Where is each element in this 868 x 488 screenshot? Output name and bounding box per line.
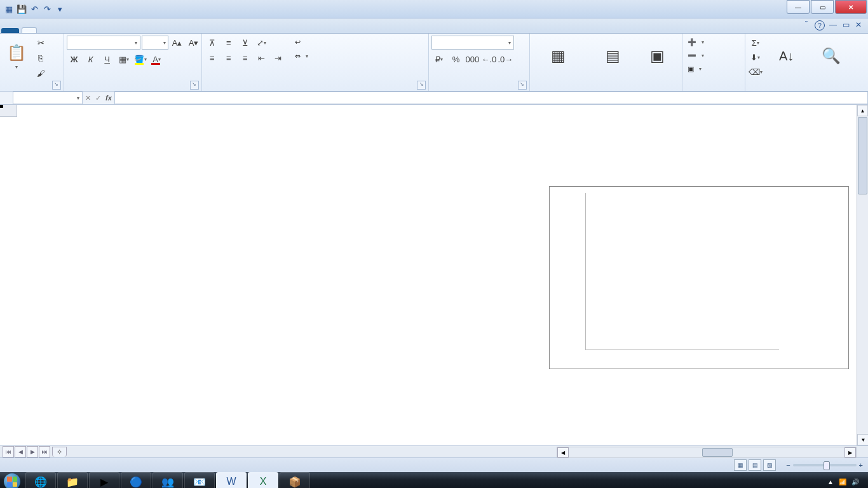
increase-decimal-button[interactable]: ←.0 <box>481 52 496 66</box>
copy-button[interactable]: ⎘ <box>33 51 48 65</box>
scroll-left-icon[interactable]: ◀ <box>557 447 569 458</box>
tab-formulas[interactable] <box>67 27 83 33</box>
border-button[interactable]: ▦▾ <box>116 52 132 66</box>
zoom-out-button[interactable]: − <box>786 461 790 469</box>
currency-button[interactable]: ₽▾ <box>431 52 447 66</box>
close-button[interactable]: ✕ <box>835 0 867 14</box>
hscroll-thumb[interactable] <box>702 448 733 457</box>
font-dialog-icon[interactable]: ↘ <box>190 81 199 90</box>
enter-icon[interactable]: ✓ <box>93 94 103 102</box>
autosum-button[interactable]: Σ▾ <box>748 36 763 50</box>
tab-addins[interactable] <box>128 27 144 33</box>
tab-data[interactable] <box>83 27 98 33</box>
qat-dropdown-icon[interactable]: ▾ <box>55 4 65 14</box>
next-sheet-icon[interactable]: ▶ <box>27 446 38 458</box>
taskbar-ie[interactable]: 🌐 <box>25 472 56 488</box>
vertical-scrollbar[interactable]: ▲ ▼ <box>857 105 868 445</box>
zoom-in-button[interactable]: + <box>859 461 863 469</box>
minimize-ribbon-icon[interactable]: ˇ <box>802 20 811 29</box>
select-all-button[interactable] <box>0 105 17 117</box>
horizontal-scrollbar[interactable]: ◀ ▶ <box>557 447 857 458</box>
align-right-button[interactable]: ≡ <box>238 51 253 65</box>
align-bottom-button[interactable]: ⊻ <box>238 36 253 50</box>
taskbar-outlook[interactable]: 📧 <box>184 472 215 488</box>
name-box[interactable]: ▾ <box>13 92 83 104</box>
redo-icon[interactable]: ↷ <box>42 4 52 14</box>
shrink-font-button[interactable]: A▾ <box>186 36 201 50</box>
increase-indent-button[interactable]: ⇥ <box>271 51 286 65</box>
tab-home[interactable] <box>22 27 37 33</box>
percent-button[interactable]: % <box>448 52 463 66</box>
fill-color-button[interactable]: 🪣▾ <box>133 52 148 66</box>
taskbar-archive[interactable]: 📦 <box>280 472 310 488</box>
start-button[interactable] <box>0 472 24 488</box>
tray-flag-icon[interactable]: ▲ <box>827 478 834 485</box>
font-name-select[interactable]: ▾ <box>67 36 140 50</box>
format-as-table-button[interactable]: ▤ <box>587 36 639 78</box>
format-painter-button[interactable]: 🖌 <box>33 66 48 80</box>
tab-insert[interactable] <box>37 27 52 33</box>
wrap-text-button[interactable]: ↩ <box>292 36 311 48</box>
comma-button[interactable]: 000 <box>465 52 480 66</box>
align-left-button[interactable]: ≡ <box>205 51 220 65</box>
italic-button[interactable]: К <box>83 52 98 66</box>
new-sheet-button[interactable]: ✧ <box>52 447 67 457</box>
align-dialog-icon[interactable]: ↘ <box>417 81 426 90</box>
first-sheet-icon[interactable]: ⏮ <box>3 446 14 458</box>
format-cells-button[interactable]: ▣ ▾ <box>685 62 704 75</box>
maximize-button[interactable]: ▭ <box>811 0 834 14</box>
worksheet-grid[interactable]: ▲ ▼ <box>0 105 868 445</box>
embedded-chart[interactable] <box>549 186 849 369</box>
sort-filter-button[interactable]: A↓ <box>766 36 808 78</box>
orientation-button[interactable]: ⤢▾ <box>254 36 269 50</box>
fx-icon[interactable]: fx <box>103 94 114 102</box>
taskbar-app2[interactable]: 👥 <box>153 472 183 488</box>
prev-sheet-icon[interactable]: ◀ <box>15 446 26 458</box>
formula-input[interactable] <box>114 92 868 104</box>
doc-minimize-icon[interactable]: — <box>829 20 837 29</box>
tab-page-layout[interactable] <box>52 27 67 33</box>
underline-button[interactable]: Ч <box>100 52 115 66</box>
tab-view[interactable] <box>113 27 128 33</box>
paste-button[interactable]: 📋▾ <box>3 36 31 78</box>
zoom-slider[interactable] <box>793 464 857 466</box>
save-icon[interactable]: 💾 <box>17 4 27 14</box>
find-select-button[interactable]: 🔍 <box>810 36 852 78</box>
grow-font-button[interactable]: A▴ <box>170 36 185 50</box>
undo-icon[interactable]: ↶ <box>29 4 39 14</box>
tab-review[interactable] <box>98 27 113 33</box>
number-dialog-icon[interactable]: ↘ <box>518 81 527 90</box>
taskbar-excel[interactable]: X <box>248 472 278 488</box>
align-center-button[interactable]: ≡ <box>221 51 236 65</box>
font-color-button[interactable]: A▾ <box>149 52 165 66</box>
tray-network-icon[interactable]: 📶 <box>839 478 846 485</box>
number-format-select[interactable]: ▾ <box>431 36 514 50</box>
clear-button[interactable]: ⌫▾ <box>748 65 763 79</box>
scroll-down-icon[interactable]: ▼ <box>857 434 868 445</box>
help-icon[interactable]: ? <box>815 20 825 30</box>
clipboard-dialog-icon[interactable]: ↘ <box>52 81 61 90</box>
cancel-icon[interactable]: ✕ <box>83 94 93 102</box>
align-top-button[interactable]: ⊼ <box>205 36 220 50</box>
cell-styles-button[interactable]: ▣ <box>642 36 674 78</box>
bold-button[interactable]: Ж <box>67 52 82 66</box>
decrease-decimal-button[interactable]: .0→ <box>498 52 513 66</box>
font-size-select[interactable]: ▾ <box>142 36 168 50</box>
merge-center-button[interactable]: ⇔▾ <box>292 50 311 62</box>
conditional-format-button[interactable]: ▦ <box>532 36 585 78</box>
page-break-view-button[interactable]: ▧ <box>763 459 776 471</box>
decrease-indent-button[interactable]: ⇤ <box>254 51 269 65</box>
delete-cells-button[interactable]: ➖ ▾ <box>685 49 707 62</box>
taskbar-media[interactable]: ▶ <box>89 472 119 488</box>
doc-restore-icon[interactable]: ▭ <box>841 20 850 29</box>
doc-close-icon[interactable]: ✕ <box>854 20 863 29</box>
align-middle-button[interactable]: ≡ <box>221 36 236 50</box>
insert-cells-button[interactable]: ➕ ▾ <box>685 36 707 48</box>
minimize-button[interactable]: — <box>787 0 810 14</box>
tab-file[interactable] <box>1 28 19 33</box>
last-sheet-icon[interactable]: ⏭ <box>39 446 50 458</box>
scroll-thumb[interactable] <box>858 117 867 194</box>
taskbar-app1[interactable]: 🔵 <box>121 472 151 488</box>
tray-volume-icon[interactable]: 🔊 <box>851 478 859 485</box>
scroll-up-icon[interactable]: ▲ <box>857 105 868 116</box>
